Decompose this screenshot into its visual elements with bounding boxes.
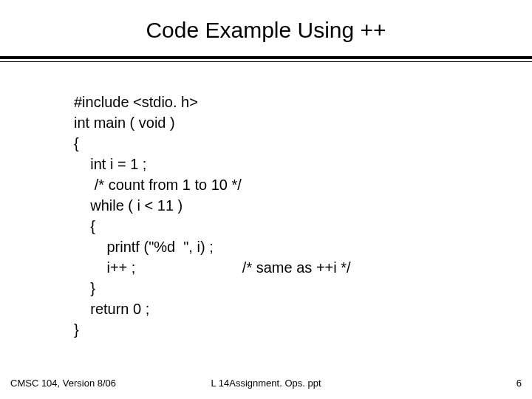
code-line: { — [74, 216, 532, 236]
code-line: i++ ; /* same as ++i */ — [74, 257, 532, 278]
code-line: printf ("%d ", i) ; — [74, 236, 532, 257]
code-line: } — [74, 278, 532, 299]
divider-thick — [0, 56, 532, 59]
code-line: { — [74, 133, 532, 154]
code-line: int i = 1 ; — [74, 154, 532, 174]
code-line: #include <stdio. h> — [74, 92, 532, 112]
footer-course: CMSC 104, Version 8/06 — [10, 378, 116, 389]
code-block: #include <stdio. h> int main ( void ) { … — [0, 62, 532, 340]
code-line: while ( i < 11 ) — [74, 195, 532, 216]
code-line: int main ( void ) — [74, 112, 532, 133]
footer-page-number: 6 — [516, 378, 522, 389]
footer-filename: L 14Assignment. Ops. ppt — [211, 378, 321, 389]
code-line: return 0 ; — [74, 299, 532, 319]
code-line: } — [74, 319, 532, 340]
code-line: /* count from 1 to 10 */ — [74, 174, 532, 195]
slide-title: Code Example Using ++ — [0, 0, 532, 56]
